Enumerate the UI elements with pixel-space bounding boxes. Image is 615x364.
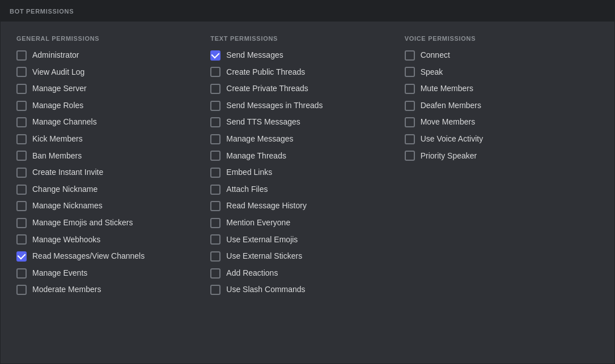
perm-item: Moderate Members [16, 284, 210, 296]
perm-label-general-0: Administrator [32, 50, 79, 61]
checkbox-general-10[interactable] [16, 218, 27, 228]
perm-item: Manage Roles [16, 100, 210, 112]
checkbox-general-0[interactable] [16, 50, 27, 61]
permissions-col-general: GENERAL PERMISSIONSAdministratorView Aud… [16, 35, 210, 301]
perm-label-text-12: Use External Stickers [226, 251, 302, 262]
bot-permissions-panel: BOT PERMISSIONS GENERAL PERMISSIONSAdmin… [0, 0, 615, 364]
checkbox-text-12[interactable] [210, 251, 220, 262]
perm-label-general-8: Change Nickname [32, 184, 97, 195]
perm-label-text-1: Create Public Threads [226, 67, 305, 78]
perm-item: Change Nickname [16, 184, 210, 195]
perm-label-text-11: Use External Emojis [226, 234, 298, 246]
checkbox-general-9[interactable] [16, 201, 27, 211]
perm-item: Manage Threads [210, 151, 404, 162]
checkbox-general-12[interactable] [16, 251, 27, 262]
checkbox-voice-3[interactable] [405, 101, 415, 111]
perm-label-voice-3: Deafen Members [421, 100, 481, 112]
checkbox-general-1[interactable] [16, 67, 27, 77]
checkbox-voice-1[interactable] [405, 67, 415, 77]
checkbox-general-14[interactable] [16, 285, 27, 295]
permissions-col-voice: VOICE PERMISSIONSConnectSpeakMute Member… [405, 35, 599, 301]
perm-label-voice-5: Use Voice Activity [421, 134, 483, 145]
perm-label-voice-4: Move Members [421, 117, 475, 128]
perm-label-voice-2: Mute Members [421, 83, 473, 95]
perm-label-voice-0: Connect [421, 50, 450, 61]
col-header-general: GENERAL PERMISSIONS [16, 35, 210, 42]
perm-label-general-9: Manage Nicknames [32, 200, 103, 212]
checkbox-text-7[interactable] [210, 168, 220, 178]
perm-item: Priority Speaker [405, 151, 599, 162]
perm-label-general-6: Ban Members [32, 151, 82, 162]
checkbox-text-14[interactable] [210, 285, 220, 295]
perm-item: Use Voice Activity [405, 134, 599, 145]
checkbox-text-6[interactable] [210, 151, 220, 161]
perm-label-text-3: Send Messages in Threads [226, 100, 323, 112]
perm-item: Connect [405, 50, 599, 61]
checkbox-text-13[interactable] [210, 268, 220, 279]
checkbox-general-8[interactable] [16, 185, 27, 195]
perm-label-text-13: Add Reactions [226, 268, 278, 279]
perm-item: Mention Everyone [210, 217, 404, 229]
perm-item: Administrator [16, 50, 210, 61]
perm-item: Manage Nicknames [16, 200, 210, 212]
perm-label-text-10: Mention Everyone [226, 217, 290, 229]
checkbox-text-4[interactable] [210, 117, 220, 127]
perm-label-general-3: Manage Roles [32, 100, 83, 112]
perm-label-general-4: Manage Channels [32, 117, 97, 128]
permissions-col-text: TEXT PERMISSIONSSend MessagesCreate Publ… [210, 35, 404, 301]
checkbox-text-0[interactable] [210, 50, 220, 61]
checkbox-voice-6[interactable] [405, 151, 415, 161]
checkbox-text-1[interactable] [210, 67, 220, 77]
checkbox-voice-4[interactable] [405, 117, 415, 127]
checkbox-general-6[interactable] [16, 151, 27, 161]
perm-item: Create Public Threads [210, 67, 404, 78]
perm-label-general-13: Manage Events [32, 268, 87, 279]
checkbox-text-2[interactable] [210, 84, 220, 94]
checkbox-general-3[interactable] [16, 101, 27, 111]
perm-item: Send TTS Messages [210, 117, 404, 128]
checkbox-general-5[interactable] [16, 134, 27, 144]
perm-label-general-5: Kick Members [32, 134, 83, 145]
checkbox-text-11[interactable] [210, 234, 220, 245]
perm-item: Speak [405, 67, 599, 78]
perm-item: Add Reactions [210, 268, 404, 279]
checkbox-voice-2[interactable] [405, 84, 415, 94]
checkbox-general-4[interactable] [16, 117, 27, 127]
perm-item: Manage Server [16, 83, 210, 95]
perm-item: Attach Files [210, 184, 404, 195]
perm-item: Send Messages [210, 50, 404, 61]
perm-item: Embed Links [210, 167, 404, 178]
perm-item: Create Private Threads [210, 83, 404, 95]
checkbox-text-3[interactable] [210, 101, 220, 111]
col-header-voice: VOICE PERMISSIONS [405, 35, 599, 42]
perm-item: Ban Members [16, 151, 210, 162]
perm-item: Manage Channels [16, 117, 210, 128]
permissions-body: GENERAL PERMISSIONSAdministratorView Aud… [1, 22, 614, 315]
perm-label-general-2: Manage Server [32, 83, 87, 95]
checkbox-voice-0[interactable] [405, 50, 415, 61]
perm-label-text-6: Manage Threads [226, 151, 286, 162]
perm-item: Use Slash Commands [210, 284, 404, 296]
col-header-text: TEXT PERMISSIONS [210, 35, 404, 42]
perm-item: Use External Stickers [210, 251, 404, 262]
perm-label-general-11: Manage Webhooks [32, 234, 100, 246]
checkbox-text-8[interactable] [210, 185, 220, 195]
perm-label-general-14: Moderate Members [32, 284, 101, 296]
checkbox-general-7[interactable] [16, 168, 27, 178]
perm-item: Create Instant Invite [16, 167, 210, 178]
perm-item: Move Members [405, 117, 599, 128]
perm-label-text-8: Attach Files [226, 184, 268, 195]
checkbox-text-5[interactable] [210, 134, 220, 144]
panel-title: BOT PERMISSIONS [10, 8, 74, 15]
perm-label-general-10: Manage Emojis and Stickers [32, 217, 133, 229]
checkbox-voice-5[interactable] [405, 134, 415, 144]
perm-label-text-5: Manage Messages [226, 134, 293, 145]
perm-label-voice-1: Speak [421, 67, 443, 78]
checkbox-text-9[interactable] [210, 201, 220, 211]
checkbox-general-13[interactable] [16, 268, 27, 279]
checkbox-general-11[interactable] [16, 234, 27, 245]
perm-item: Deafen Members [405, 100, 599, 112]
checkbox-general-2[interactable] [16, 84, 27, 94]
checkbox-text-10[interactable] [210, 218, 220, 228]
perm-label-text-0: Send Messages [226, 50, 283, 61]
